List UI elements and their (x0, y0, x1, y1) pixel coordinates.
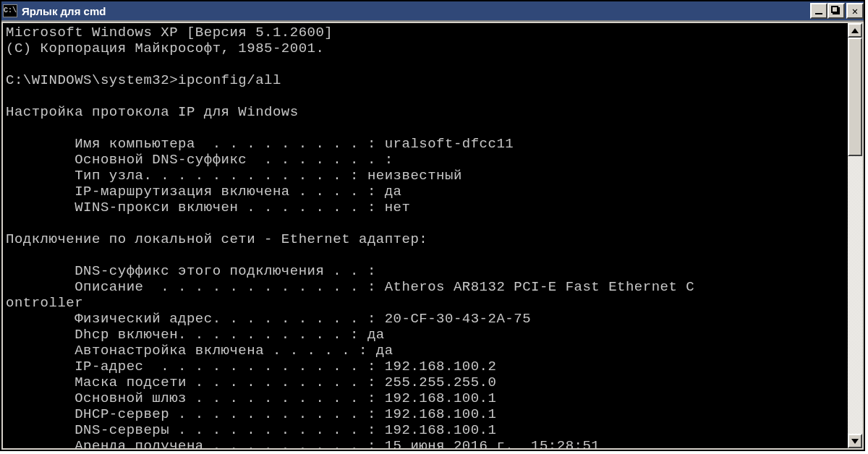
field-value: Atheros AR8132 PCI-E Fast Ethernet C (385, 279, 694, 295)
client-area: Microsoft Windows XP [Версия 5.1.2600] (… (1, 20, 864, 450)
system-menu-icon[interactable]: C:\ (3, 4, 17, 17)
field-dots: . . . . . . . . . . . : (169, 422, 385, 438)
field-value: 255.255.255.0 (385, 374, 497, 390)
field-value: нет (385, 200, 411, 215)
field-value: неизвестный (367, 168, 462, 184)
field-label: Аренда получена (75, 438, 204, 448)
field-label: IP-адрес (75, 359, 143, 374)
console-output[interactable]: Microsoft Windows XP [Версия 5.1.2600] (… (3, 23, 848, 448)
field-value: 20-CF-30-43-2A-75 (385, 311, 531, 327)
field-dots: . . . . : (290, 184, 385, 200)
field-value: 192.168.100.1 (385, 422, 497, 438)
field-label: Основной шлюз (75, 390, 187, 406)
field-label: Основной DNS-суффикс (75, 152, 247, 168)
console-wrap: Microsoft Windows XP [Версия 5.1.2600] (… (3, 23, 862, 448)
banner-line: Microsoft Windows XP [Версия 5.1.2600] (6, 25, 333, 40)
field-dots: . . . . . . . . . . : (187, 374, 385, 390)
field-dots: . . . . . : (264, 343, 376, 359)
banner-line: (C) Корпорация Майкрософт, 1985-2001. (6, 40, 324, 56)
field-value: 192.168.100.1 (385, 390, 497, 406)
close-button[interactable]: ✕ (846, 3, 864, 19)
app-window: C:\ Ярлык для cmd ✕ Microsoft Windows XP… (0, 0, 865, 451)
chevron-down-icon (851, 439, 859, 444)
field-label: WINS-прокси включен (75, 200, 238, 215)
chevron-up-icon (851, 28, 859, 33)
adapter-header: Подключение по локальной сети - Ethernet… (6, 231, 427, 247)
field-value: да (367, 327, 385, 343)
field-label: DHCP-сервер (75, 406, 169, 422)
field-value: 192.168.100.2 (385, 359, 497, 374)
field-label: Имя компьютера (75, 136, 195, 152)
scroll-track[interactable] (848, 38, 862, 434)
minimize-button[interactable] (810, 3, 827, 19)
field-value: uralsoft-dfcc11 (385, 136, 514, 152)
field-dots: . . . . . . . . . . : (178, 327, 367, 343)
scroll-thumb[interactable] (848, 38, 862, 156)
field-label: DNS-суффикс этого подключения (75, 263, 324, 279)
scroll-down-button[interactable] (848, 434, 862, 448)
field-label: Тип узла. (75, 168, 152, 184)
section-header: Настройка протокола IP для Windows (6, 104, 299, 120)
field-value: 192.168.100.1 (385, 406, 497, 422)
field-label: DNS-серверы (75, 422, 169, 438)
field-dots: . . . . . . . . . : (195, 136, 385, 152)
restore-button[interactable] (827, 3, 845, 19)
field-dots: . . . . . . . : (247, 152, 401, 168)
field-label: Dhcp включен (75, 327, 178, 343)
field-dots: . . . . . . . . . . . : (152, 168, 367, 184)
field-dots: . . . . . . . . . . . : (169, 406, 385, 422)
typed-command: ipconfig/all (178, 72, 281, 88)
minimize-icon (815, 13, 822, 14)
field-dots: . . . . . . . . . . . . : (143, 279, 384, 295)
field-value-continuation: ontroller (6, 295, 83, 311)
field-value: 15 июня 2016 г. 15:28:51 (385, 438, 600, 448)
field-dots: . . . . . . . : (238, 200, 384, 215)
field-label: Описание (75, 279, 143, 295)
field-dots: . . . . . . . . . . . . : (143, 359, 384, 374)
field-dots: . . . . . . . . . . : (187, 390, 385, 406)
close-icon: ✕ (852, 5, 858, 17)
field-value: да (385, 184, 402, 200)
field-label: Маска подсети (75, 374, 187, 390)
window-title: Ярлык для cmd (22, 5, 810, 17)
field-dots: . . . . . . . . : (221, 311, 385, 327)
field-dots: . . . . . . . . . : (204, 438, 385, 448)
field-dots: . . : (324, 263, 384, 279)
window-controls: ✕ (810, 3, 864, 19)
field-label: Физический адрес. (75, 311, 221, 327)
restore-icon (833, 7, 840, 14)
field-value: да (376, 343, 393, 359)
scroll-up-button[interactable] (848, 23, 862, 38)
vertical-scrollbar[interactable] (848, 23, 862, 448)
field-label: IP-маршрутизация включена (75, 184, 290, 200)
prompt: C:\WINDOWS\system32> (6, 72, 178, 88)
field-label: Автонастройка включена (75, 343, 264, 359)
title-bar[interactable]: C:\ Ярлык для cmd ✕ (1, 1, 864, 20)
